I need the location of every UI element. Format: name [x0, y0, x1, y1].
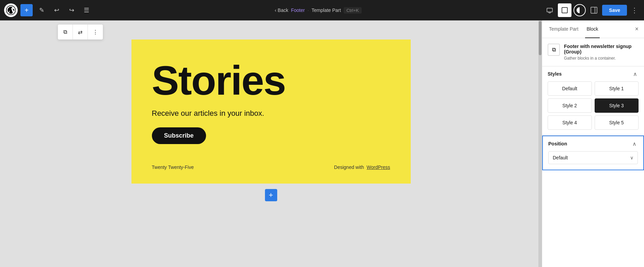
styles-grid: Default Style 1 Style 2 Style 3 Style 4 …	[542, 81, 644, 135]
more-options-button[interactable]: ⋮	[629, 5, 640, 16]
footer-block: Stories Receive our articles in your inb…	[131, 40, 411, 184]
svg-rect-2	[562, 7, 567, 13]
transform-icon: ⇄	[78, 29, 82, 35]
canvas-scrollbar[interactable]	[538, 20, 542, 267]
breadcrumb-center: ‹ Back Footer · Template Part Ctrl+K	[95, 7, 541, 14]
block-info-text: Footer with newsletter signup (Group) Ga…	[564, 44, 639, 61]
style-default[interactable]: Default	[548, 81, 592, 96]
position-section: Position ∧ Default ∨	[542, 136, 644, 170]
styles-chevron-icon: ∧	[632, 70, 639, 77]
styles-section-title: Styles	[548, 71, 562, 77]
top-bar: + ✎ ↩ ↪ ☰ ‹ Back Footer · Template Part …	[0, 0, 644, 20]
chevron-left-icon: ‹	[275, 7, 277, 13]
panel-header: Template Part Block ×	[542, 20, 644, 38]
block-title: Footer with newsletter signup (Group)	[564, 44, 639, 54]
back-button[interactable]: ‹ Back	[275, 7, 288, 13]
redo-button[interactable]: ↪	[65, 4, 78, 16]
copy-block-button[interactable]: ⧉	[58, 25, 73, 40]
desktop-view-button[interactable]	[544, 4, 556, 16]
transform-block-button[interactable]: ⇄	[73, 25, 88, 40]
canvas-area: ⧉ ⇄ ⋮ Stories Receive our articles in yo…	[0, 20, 542, 267]
list-view-button[interactable]: ☰	[80, 4, 93, 16]
add-block-button[interactable]: +	[20, 4, 33, 16]
color-mode-toggle[interactable]	[574, 4, 586, 16]
back-label: Back	[278, 7, 288, 13]
position-chevron-icon: ∧	[631, 140, 638, 147]
styles-section-header[interactable]: Styles ∧	[542, 66, 644, 81]
more-block-options-button[interactable]: ⋮	[88, 25, 103, 40]
subscribe-button[interactable]: Subscribe	[152, 127, 206, 144]
template-type: Template Part	[312, 7, 341, 13]
right-panel: Template Part Block × ⧉ Footer with news…	[542, 20, 644, 267]
svg-rect-3	[591, 7, 597, 13]
floating-toolbar: ⧉ ⇄ ⋮	[58, 25, 103, 40]
keyboard-shortcut: Ctrl+K	[344, 7, 361, 14]
save-button[interactable]: Save	[602, 5, 627, 16]
panel-close-button[interactable]: ×	[635, 26, 639, 33]
footer-bottom: Twenty Twenty-Five Designed with WordPre…	[152, 164, 390, 170]
wp-logo[interactable]	[4, 3, 18, 17]
wordpress-link[interactable]: WordPress	[367, 164, 390, 170]
footer-credit-right: Designed with WordPress	[334, 164, 390, 170]
more-vertical-icon: ⋮	[93, 29, 98, 35]
style-3[interactable]: Style 3	[595, 98, 639, 113]
main-area: ⧉ ⇄ ⋮ Stories Receive our articles in yo…	[0, 20, 644, 267]
footer-heading: Stories	[152, 60, 390, 101]
block-icon: ⧉	[548, 44, 560, 56]
style-5[interactable]: Style 5	[595, 115, 639, 130]
svg-rect-1	[547, 8, 552, 12]
edit-icon-button[interactable]: ✎	[35, 4, 48, 16]
tab-template-part-label: Template Part	[549, 26, 578, 32]
scrollbar-thumb	[539, 21, 541, 55]
block-info: ⧉ Footer with newsletter signup (Group) …	[542, 38, 644, 66]
dropdown-arrow-icon: ∨	[630, 155, 633, 160]
undo-button[interactable]: ↩	[50, 4, 63, 16]
position-section-title: Position	[548, 141, 567, 146]
copy-icon: ⧉	[63, 29, 67, 35]
tab-template-part[interactable]: Template Part	[548, 20, 580, 38]
style-2[interactable]: Style 2	[548, 98, 592, 113]
tab-block[interactable]: Block	[585, 20, 599, 38]
position-section-header[interactable]: Position ∧	[543, 136, 643, 151]
style-1[interactable]: Style 1	[595, 81, 639, 96]
fullscreen-view-button[interactable]	[558, 3, 571, 17]
add-below-button[interactable]: +	[265, 189, 277, 201]
block-description: Gather blocks in a container.	[564, 56, 639, 61]
tab-block-label: Block	[586, 26, 598, 32]
breadcrumb-separator: ·	[308, 7, 309, 13]
plus-icon: +	[269, 191, 273, 200]
sidebar-toggle-button[interactable]	[588, 4, 600, 16]
top-bar-right: Save ⋮	[544, 3, 640, 17]
footer-tagline: Receive our articles in your inbox.	[152, 109, 390, 118]
position-dropdown[interactable]: Default ∨	[548, 151, 638, 164]
footer-credit-left: Twenty Twenty-Five	[152, 164, 194, 170]
page-name: Footer	[291, 7, 304, 13]
group-block-icon: ⧉	[552, 47, 556, 53]
styles-section: Styles ∧ Default Style 1 Style 2 Style 3…	[542, 66, 644, 136]
position-value: Default	[553, 155, 568, 160]
style-4[interactable]: Style 4	[548, 115, 592, 130]
footer-designed-with: Designed with	[334, 164, 364, 170]
